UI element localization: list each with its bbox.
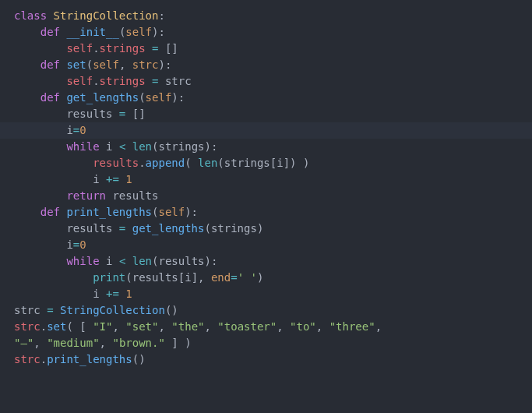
token-plain — [14, 206, 41, 218]
token-fn-name: print_lengths — [66, 206, 152, 218]
code-line[interactable]: while i < len(strings): — [0, 139, 532, 155]
token-plain — [125, 140, 132, 153]
code-line[interactable]: results = get_lengths(strings) — [0, 221, 532, 237]
gutter — [0, 253, 8, 270]
code-content[interactable]: i += 1 — [8, 286, 132, 302]
code-content[interactable]: def __init__(self): — [8, 24, 165, 41]
token-plain: strc — [158, 75, 191, 87]
token-punct: : — [158, 9, 164, 22]
token-punct: [] — [165, 42, 178, 55]
token-fn-name: __init__ — [66, 26, 118, 38]
code-line[interactable]: self.strings = [] — [0, 41, 532, 57]
code-line[interactable]: self.strings = strc — [0, 73, 532, 90]
token-punct: [ — [270, 157, 277, 169]
gutter — [0, 221, 8, 237]
code-content[interactable]: i=0 — [8, 122, 86, 139]
code-line[interactable]: results.append( len(strings[i]) ) — [0, 155, 532, 171]
code-content[interactable]: results = get_lengths(strings) — [8, 221, 263, 237]
code-content[interactable]: def print_lengths(self): — [8, 204, 198, 221]
token-plain: i — [14, 124, 73, 136]
token-plain — [125, 222, 132, 235]
code-content[interactable]: def get_lengths(self): — [8, 90, 185, 106]
token-punct: ) — [257, 271, 263, 284]
code-content[interactable]: "—", "medium", "brown." ] ) — [8, 335, 192, 351]
code-line[interactable]: i += 1 — [0, 286, 532, 302]
code-content[interactable]: print(results[i], end=' ') — [8, 270, 263, 286]
code-line[interactable]: print(results[i], end=' ') — [0, 270, 532, 286]
code-line[interactable]: strc.set( [ "I", "set", "the", "toaster"… — [0, 319, 532, 335]
token-plain — [14, 75, 66, 87]
token-param: self — [146, 91, 172, 104]
token-kw: def — [41, 206, 67, 218]
code-content[interactable]: i += 1 — [8, 171, 132, 188]
token-str: "medium" — [47, 337, 99, 349]
code-content[interactable]: self.strings = strc — [8, 73, 192, 90]
code-line[interactable]: def set(self, strc): — [0, 57, 532, 73]
token-param: end — [211, 271, 231, 284]
code-line[interactable]: i=0 — [0, 237, 532, 253]
token-punct: ( — [139, 91, 145, 104]
code-content[interactable]: class StringCollection: — [8, 8, 165, 24]
token-punct: ( — [204, 222, 210, 235]
token-plain: i — [100, 140, 119, 153]
code-content[interactable]: while i < len(results): — [8, 253, 217, 270]
code-content[interactable]: def set(self, strc): — [8, 57, 171, 73]
code-content[interactable]: strc.set( [ "I", "set", "the", "toaster"… — [8, 319, 382, 335]
token-punct: [ — [178, 271, 185, 284]
token-punct: , — [158, 320, 171, 333]
token-attr: strings — [100, 75, 146, 87]
token-plain — [125, 255, 132, 267]
code-line[interactable]: results = [] — [0, 106, 532, 122]
code-content[interactable]: results = [] — [8, 106, 146, 122]
code-content[interactable]: results.append( len(strings[i]) ) — [8, 155, 309, 171]
token-num: 1 — [125, 288, 132, 300]
code-content[interactable]: strc = StringCollection() — [8, 302, 178, 319]
token-punct: , — [375, 320, 382, 333]
code-line[interactable]: while i < len(results): — [0, 253, 532, 270]
token-builtin: len — [132, 140, 152, 153]
code-content[interactable]: i=0 — [8, 237, 86, 253]
code-line[interactable]: def __init__(self): — [0, 24, 532, 41]
token-punct: , — [277, 320, 290, 333]
code-line[interactable]: "—", "medium", "brown." ] ) — [0, 335, 532, 351]
token-punct: ): — [158, 58, 171, 71]
code-line[interactable]: i=0 — [0, 122, 532, 139]
token-punct: , — [112, 320, 125, 333]
code-content[interactable]: while i < len(strings): — [8, 139, 217, 155]
token-op: += — [106, 173, 119, 185]
token-fn-name: append — [146, 157, 185, 169]
gutter — [0, 41, 8, 57]
token-punct: ]) ) — [284, 157, 310, 169]
token-attr: strings — [100, 42, 146, 55]
code-content[interactable]: return results — [8, 188, 158, 204]
gutter — [0, 57, 8, 73]
code-line[interactable]: class StringCollection: — [0, 8, 532, 24]
code-line[interactable]: i += 1 — [0, 171, 532, 188]
token-plain: strings — [224, 157, 270, 169]
token-plain — [14, 271, 93, 284]
code-line[interactable]: strc = StringCollection() — [0, 302, 532, 319]
code-content[interactable]: self.strings = [] — [8, 41, 178, 57]
code-editor[interactable]: class StringCollection: def __init__(sel… — [0, 8, 532, 368]
token-punct: . — [93, 42, 99, 55]
token-punct: , — [119, 58, 132, 71]
token-param: strc — [132, 58, 159, 71]
gutter — [0, 106, 8, 122]
code-line[interactable]: return results — [0, 188, 532, 204]
token-plain: results — [14, 222, 119, 235]
token-plain — [146, 75, 152, 87]
token-str: "—" — [14, 337, 33, 349]
code-line[interactable]: def print_lengths(self): — [0, 204, 532, 221]
token-fn-name: get_lengths — [132, 222, 205, 235]
code-line[interactable]: strc.print_lengths() — [0, 351, 532, 368]
code-content[interactable]: strc.print_lengths() — [8, 351, 146, 368]
token-punct: ( — [217, 157, 224, 169]
token-punct: ( — [152, 140, 158, 153]
token-str: "brown." — [112, 337, 164, 349]
token-plain — [125, 108, 132, 120]
code-line[interactable]: def get_lengths(self): — [0, 90, 532, 106]
token-plain: strings — [211, 222, 257, 235]
token-punct: ( [ — [66, 320, 93, 333]
token-plain — [14, 140, 66, 153]
token-fn-name: print_lengths — [47, 353, 132, 365]
